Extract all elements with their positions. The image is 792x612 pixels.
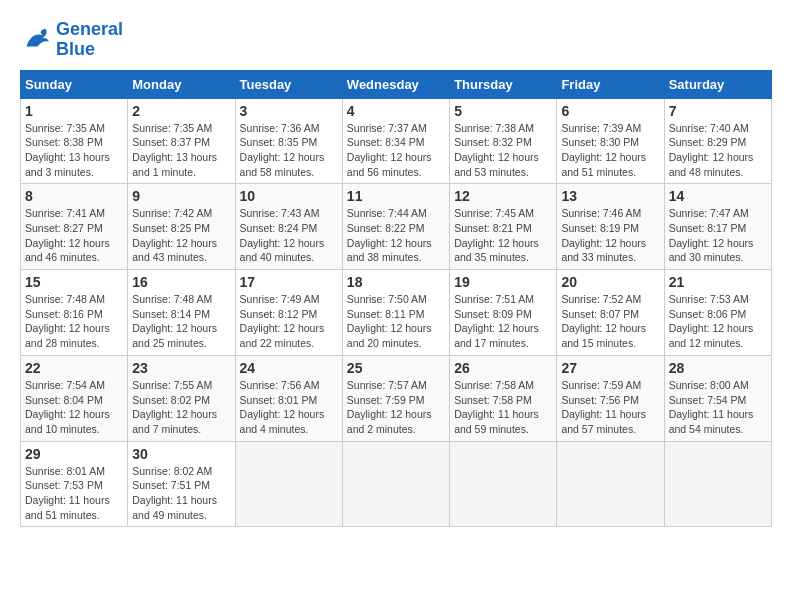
day-cell-2: 2 Sunrise: 7:35 AM Sunset: 8:37 PM Dayli… bbox=[128, 98, 235, 184]
day-info: Sunrise: 7:51 AM Sunset: 8:09 PM Dayligh… bbox=[454, 292, 552, 351]
day-cell-20: 20 Sunrise: 7:52 AM Sunset: 8:07 PM Dayl… bbox=[557, 270, 664, 356]
sunrise-text: Sunrise: 7:43 AM bbox=[240, 206, 338, 221]
daylight-text: Daylight: 12 hours and 43 minutes. bbox=[132, 236, 230, 265]
daylight-text: Daylight: 12 hours and 56 minutes. bbox=[347, 150, 445, 179]
day-info: Sunrise: 7:41 AM Sunset: 8:27 PM Dayligh… bbox=[25, 206, 123, 265]
calendar-week-row: 29 Sunrise: 8:01 AM Sunset: 7:53 PM Dayl… bbox=[21, 441, 772, 527]
sunset-text: Sunset: 8:30 PM bbox=[561, 135, 659, 150]
day-number: 13 bbox=[561, 188, 659, 204]
daylight-text: Daylight: 12 hours and 15 minutes. bbox=[561, 321, 659, 350]
sunrise-text: Sunrise: 7:47 AM bbox=[669, 206, 767, 221]
weekday-header-friday: Friday bbox=[557, 70, 664, 98]
day-cell-19: 19 Sunrise: 7:51 AM Sunset: 8:09 PM Dayl… bbox=[450, 270, 557, 356]
day-info: Sunrise: 7:57 AM Sunset: 7:59 PM Dayligh… bbox=[347, 378, 445, 437]
daylight-text: Daylight: 11 hours and 59 minutes. bbox=[454, 407, 552, 436]
day-cell-24: 24 Sunrise: 7:56 AM Sunset: 8:01 PM Dayl… bbox=[235, 355, 342, 441]
page-header: General Blue bbox=[20, 20, 772, 60]
day-cell-8: 8 Sunrise: 7:41 AM Sunset: 8:27 PM Dayli… bbox=[21, 184, 128, 270]
daylight-text: Daylight: 12 hours and 4 minutes. bbox=[240, 407, 338, 436]
day-cell-17: 17 Sunrise: 7:49 AM Sunset: 8:12 PM Dayl… bbox=[235, 270, 342, 356]
empty-day-cell bbox=[557, 441, 664, 527]
daylight-text: Daylight: 12 hours and 40 minutes. bbox=[240, 236, 338, 265]
calendar-week-row: 8 Sunrise: 7:41 AM Sunset: 8:27 PM Dayli… bbox=[21, 184, 772, 270]
day-info: Sunrise: 7:36 AM Sunset: 8:35 PM Dayligh… bbox=[240, 121, 338, 180]
day-number: 3 bbox=[240, 103, 338, 119]
day-number: 12 bbox=[454, 188, 552, 204]
sunset-text: Sunset: 7:58 PM bbox=[454, 393, 552, 408]
day-number: 20 bbox=[561, 274, 659, 290]
daylight-text: Daylight: 12 hours and 33 minutes. bbox=[561, 236, 659, 265]
day-number: 1 bbox=[25, 103, 123, 119]
daylight-text: Daylight: 12 hours and 2 minutes. bbox=[347, 407, 445, 436]
sunset-text: Sunset: 7:59 PM bbox=[347, 393, 445, 408]
sunrise-text: Sunrise: 7:35 AM bbox=[25, 121, 123, 136]
day-cell-21: 21 Sunrise: 7:53 AM Sunset: 8:06 PM Dayl… bbox=[664, 270, 771, 356]
daylight-text: Daylight: 12 hours and 30 minutes. bbox=[669, 236, 767, 265]
daylight-text: Daylight: 12 hours and 46 minutes. bbox=[25, 236, 123, 265]
day-cell-25: 25 Sunrise: 7:57 AM Sunset: 7:59 PM Dayl… bbox=[342, 355, 449, 441]
day-number: 27 bbox=[561, 360, 659, 376]
sunrise-text: Sunrise: 7:54 AM bbox=[25, 378, 123, 393]
day-cell-9: 9 Sunrise: 7:42 AM Sunset: 8:25 PM Dayli… bbox=[128, 184, 235, 270]
sunrise-text: Sunrise: 8:01 AM bbox=[25, 464, 123, 479]
day-cell-30: 30 Sunrise: 8:02 AM Sunset: 7:51 PM Dayl… bbox=[128, 441, 235, 527]
sunrise-text: Sunrise: 7:51 AM bbox=[454, 292, 552, 307]
day-cell-10: 10 Sunrise: 7:43 AM Sunset: 8:24 PM Dayl… bbox=[235, 184, 342, 270]
day-cell-1: 1 Sunrise: 7:35 AM Sunset: 8:38 PM Dayli… bbox=[21, 98, 128, 184]
logo: General Blue bbox=[20, 20, 123, 60]
daylight-text: Daylight: 11 hours and 54 minutes. bbox=[669, 407, 767, 436]
day-number: 15 bbox=[25, 274, 123, 290]
day-info: Sunrise: 7:59 AM Sunset: 7:56 PM Dayligh… bbox=[561, 378, 659, 437]
sunset-text: Sunset: 8:38 PM bbox=[25, 135, 123, 150]
calendar-week-row: 15 Sunrise: 7:48 AM Sunset: 8:16 PM Dayl… bbox=[21, 270, 772, 356]
day-info: Sunrise: 7:48 AM Sunset: 8:14 PM Dayligh… bbox=[132, 292, 230, 351]
sunset-text: Sunset: 8:25 PM bbox=[132, 221, 230, 236]
weekday-header-row: SundayMondayTuesdayWednesdayThursdayFrid… bbox=[21, 70, 772, 98]
day-number: 28 bbox=[669, 360, 767, 376]
day-info: Sunrise: 7:56 AM Sunset: 8:01 PM Dayligh… bbox=[240, 378, 338, 437]
sunset-text: Sunset: 8:35 PM bbox=[240, 135, 338, 150]
daylight-text: Daylight: 11 hours and 51 minutes. bbox=[25, 493, 123, 522]
day-info: Sunrise: 7:40 AM Sunset: 8:29 PM Dayligh… bbox=[669, 121, 767, 180]
day-number: 29 bbox=[25, 446, 123, 462]
day-cell-4: 4 Sunrise: 7:37 AM Sunset: 8:34 PM Dayli… bbox=[342, 98, 449, 184]
day-cell-13: 13 Sunrise: 7:46 AM Sunset: 8:19 PM Dayl… bbox=[557, 184, 664, 270]
day-cell-28: 28 Sunrise: 8:00 AM Sunset: 7:54 PM Dayl… bbox=[664, 355, 771, 441]
day-info: Sunrise: 7:39 AM Sunset: 8:30 PM Dayligh… bbox=[561, 121, 659, 180]
empty-day-cell bbox=[342, 441, 449, 527]
sunrise-text: Sunrise: 7:41 AM bbox=[25, 206, 123, 221]
weekday-header-saturday: Saturday bbox=[664, 70, 771, 98]
sunrise-text: Sunrise: 7:50 AM bbox=[347, 292, 445, 307]
day-number: 2 bbox=[132, 103, 230, 119]
day-info: Sunrise: 8:02 AM Sunset: 7:51 PM Dayligh… bbox=[132, 464, 230, 523]
day-info: Sunrise: 7:53 AM Sunset: 8:06 PM Dayligh… bbox=[669, 292, 767, 351]
calendar-week-row: 1 Sunrise: 7:35 AM Sunset: 8:38 PM Dayli… bbox=[21, 98, 772, 184]
sunset-text: Sunset: 8:29 PM bbox=[669, 135, 767, 150]
sunset-text: Sunset: 8:32 PM bbox=[454, 135, 552, 150]
day-cell-18: 18 Sunrise: 7:50 AM Sunset: 8:11 PM Dayl… bbox=[342, 270, 449, 356]
sunrise-text: Sunrise: 7:45 AM bbox=[454, 206, 552, 221]
sunrise-text: Sunrise: 8:00 AM bbox=[669, 378, 767, 393]
day-number: 7 bbox=[669, 103, 767, 119]
day-info: Sunrise: 7:55 AM Sunset: 8:02 PM Dayligh… bbox=[132, 378, 230, 437]
sunrise-text: Sunrise: 7:56 AM bbox=[240, 378, 338, 393]
sunset-text: Sunset: 7:51 PM bbox=[132, 478, 230, 493]
sunrise-text: Sunrise: 7:53 AM bbox=[669, 292, 767, 307]
sunrise-text: Sunrise: 7:59 AM bbox=[561, 378, 659, 393]
daylight-text: Daylight: 12 hours and 53 minutes. bbox=[454, 150, 552, 179]
sunset-text: Sunset: 8:27 PM bbox=[25, 221, 123, 236]
sunset-text: Sunset: 8:19 PM bbox=[561, 221, 659, 236]
day-number: 25 bbox=[347, 360, 445, 376]
day-info: Sunrise: 7:35 AM Sunset: 8:37 PM Dayligh… bbox=[132, 121, 230, 180]
day-info: Sunrise: 7:50 AM Sunset: 8:11 PM Dayligh… bbox=[347, 292, 445, 351]
day-number: 18 bbox=[347, 274, 445, 290]
day-info: Sunrise: 7:52 AM Sunset: 8:07 PM Dayligh… bbox=[561, 292, 659, 351]
sunrise-text: Sunrise: 7:37 AM bbox=[347, 121, 445, 136]
day-info: Sunrise: 7:48 AM Sunset: 8:16 PM Dayligh… bbox=[25, 292, 123, 351]
daylight-text: Daylight: 12 hours and 38 minutes. bbox=[347, 236, 445, 265]
empty-day-cell bbox=[450, 441, 557, 527]
day-number: 21 bbox=[669, 274, 767, 290]
weekday-header-tuesday: Tuesday bbox=[235, 70, 342, 98]
sunset-text: Sunset: 8:04 PM bbox=[25, 393, 123, 408]
sunset-text: Sunset: 8:12 PM bbox=[240, 307, 338, 322]
